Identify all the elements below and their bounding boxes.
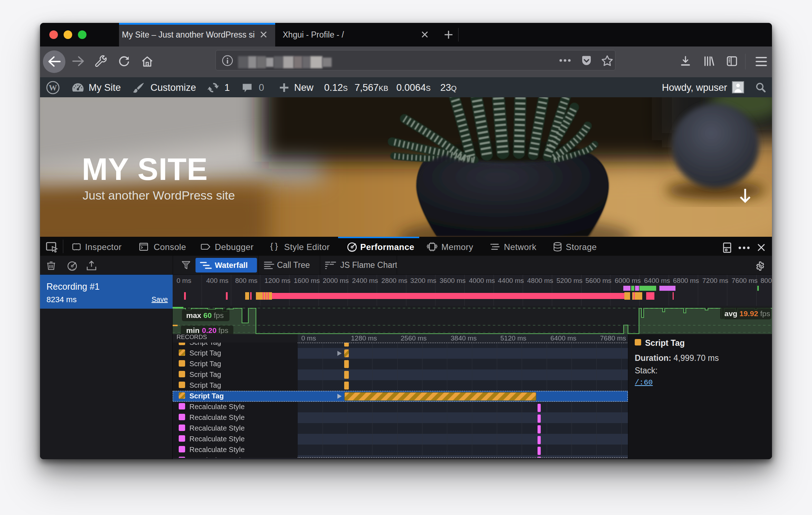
svg-text:W: W [49, 83, 57, 92]
svg-text:7200 ms: 7200 ms [702, 277, 728, 284]
svg-text:0 ms: 0 ms [301, 334, 316, 342]
svg-text:fps: fps [218, 326, 228, 334]
svg-text:60: 60 [203, 311, 212, 319]
svg-text:5200 ms: 5200 ms [556, 277, 583, 284]
svg-text:Recalculate Style: Recalculate Style [189, 435, 245, 443]
svg-text:3600 ms: 3600 ms [440, 277, 466, 284]
svg-text:4800 ms: 4800 ms [527, 277, 553, 284]
svg-text:0.20: 0.20 [202, 326, 217, 334]
svg-text:Recalculate Style: Recalculate Style [189, 413, 245, 421]
svg-text:4400 ms: 4400 ms [498, 277, 524, 284]
svg-text:Script Tag: Script Tag [189, 349, 221, 357]
svg-text:6800 ms: 6800 ms [673, 277, 699, 284]
svg-text:Script Tag: Script Tag [189, 360, 221, 368]
svg-text:Script Tag: Script Tag [189, 381, 221, 389]
svg-text:800 ms: 800 ms [235, 277, 257, 284]
svg-text:Duration: 4,999.70 ms: Duration: 4,999.70 ms [635, 353, 719, 363]
svg-text:Script Tag: Script Tag [645, 338, 685, 348]
svg-text:Stack:: Stack: [635, 366, 658, 375]
svg-text:2800 ms: 2800 ms [381, 277, 407, 284]
svg-text:1200 ms: 1200 ms [264, 277, 291, 284]
svg-text:6000 ms: 6000 ms [615, 277, 641, 284]
svg-text:7600 ms: 7600 ms [732, 277, 758, 284]
svg-text:fps: fps [214, 311, 224, 319]
svg-text:Recalculate Style: Recalculate Style [189, 403, 245, 411]
svg-text:3200 ms: 3200 ms [410, 277, 436, 284]
svg-text:2400 ms: 2400 ms [352, 277, 378, 284]
svg-text:1280 ms: 1280 ms [351, 334, 377, 342]
svg-text:3840 ms: 3840 ms [451, 334, 477, 342]
svg-text:5600 ms: 5600 ms [585, 277, 612, 284]
svg-text:4000 ms: 4000 ms [469, 277, 495, 284]
svg-text:1600 ms: 1600 ms [294, 277, 320, 284]
svg-text:5120 ms: 5120 ms [500, 334, 526, 342]
svg-text:19.92: 19.92 [739, 309, 758, 318]
svg-text:0 ms: 0 ms [177, 277, 191, 284]
svg-text:Recalculate Style: Recalculate Style [189, 424, 245, 432]
svg-text:/:60: /:60 [635, 378, 653, 387]
svg-text:Script Tag: Script Tag [189, 392, 224, 400]
svg-text:7680 ms: 7680 ms [600, 334, 626, 342]
svg-text:min: min [186, 326, 199, 334]
svg-text:2560 ms: 2560 ms [401, 334, 427, 342]
svg-text:8000: 8000 [761, 277, 772, 284]
svg-text:fps: fps [760, 309, 770, 318]
svg-text:2000 ms: 2000 ms [323, 277, 349, 284]
svg-text:max: max [186, 311, 201, 319]
svg-text:6400 ms: 6400 ms [644, 277, 670, 284]
svg-text:Recalculate Style: Recalculate Style [189, 446, 245, 453]
svg-text:Script Tag: Script Tag [189, 371, 221, 378]
svg-text:6400 ms: 6400 ms [550, 334, 576, 342]
svg-text:avg: avg [724, 309, 737, 318]
svg-text:400 ms: 400 ms [206, 277, 228, 284]
svg-text:RECORDS: RECORDS [177, 334, 207, 340]
svg-text:Recalculate Style: Recalculate Style [189, 456, 245, 459]
